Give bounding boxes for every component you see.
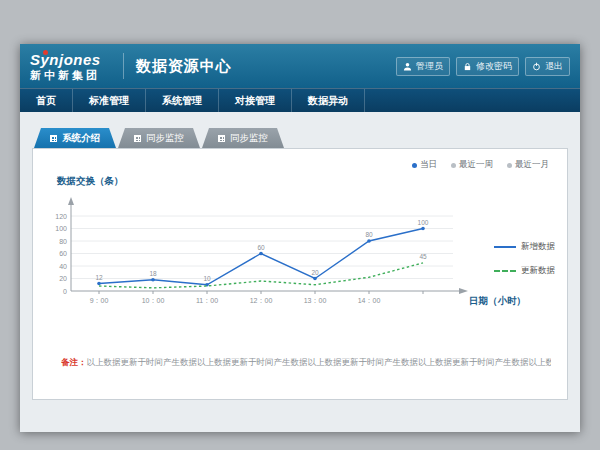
admin-user-button[interactable]: 管理员 <box>396 57 450 76</box>
svg-text:120: 120 <box>55 213 67 220</box>
logo-red-dot-icon <box>43 50 48 55</box>
svg-text:14：00: 14：00 <box>358 297 381 304</box>
app-title: 数据资源中心 <box>136 57 232 76</box>
svg-text:20: 20 <box>59 275 67 282</box>
blue-dot-icon <box>412 163 417 168</box>
svg-text:10：00: 10：00 <box>142 297 165 304</box>
svg-text:45: 45 <box>419 253 427 260</box>
admin-user-label: 管理员 <box>416 60 443 73</box>
legend-new-data-label: 新增数据 <box>521 241 555 253</box>
grid-icon <box>50 135 57 142</box>
line-chart: 0204060801001209：0010：0011：0012：0013：001… <box>41 191 477 323</box>
series-legend: 新增数据 更新数据 <box>494 241 555 277</box>
user-icon <box>403 62 412 71</box>
page-frame: Synjones 新中新集团 数据资源中心 管理员 修改密码 <box>20 44 580 432</box>
y-axis-title: 数据交换（条） <box>57 175 124 188</box>
nav-item-connect-mgmt[interactable]: 对接管理 <box>219 89 292 113</box>
svg-text:18: 18 <box>149 270 157 277</box>
tab-sync-monitor-1[interactable]: 同步监控 <box>118 128 200 148</box>
tab-system-intro-label: 系统介绍 <box>62 132 100 145</box>
svg-text:80: 80 <box>59 238 67 245</box>
header-actions: 管理员 修改密码 退出 <box>396 57 570 76</box>
tab-bar: 系统介绍 同步监控 同步监控 <box>34 128 568 148</box>
filter-last-week-label: 最近一周 <box>459 159 493 171</box>
legend-update-data[interactable]: 更新数据 <box>494 265 555 277</box>
nav-item-system-mgmt[interactable]: 系统管理 <box>146 89 219 113</box>
nav-item-standard-mgmt[interactable]: 标准管理 <box>73 89 146 113</box>
filter-today[interactable]: 当日 <box>412 159 437 171</box>
header-divider <box>123 53 124 79</box>
dashed-line-icon <box>494 270 516 272</box>
svg-text:60: 60 <box>257 244 265 251</box>
main-nav: 首页 标准管理 系统管理 对接管理 数据异动 <box>20 88 580 113</box>
gray-dot-icon <box>451 163 456 168</box>
svg-text:100: 100 <box>418 219 429 226</box>
x-axis-title: 日期（小时） <box>469 295 526 308</box>
svg-text:11：00: 11：00 <box>196 297 218 304</box>
change-password-label: 修改密码 <box>476 60 512 73</box>
svg-text:0: 0 <box>63 288 67 295</box>
svg-text:100: 100 <box>55 225 67 232</box>
change-password-button[interactable]: 修改密码 <box>456 57 519 76</box>
logo-text: Synjones <box>30 52 101 67</box>
chart-panel: 当日 最近一周 最近一月 数据交换（条） 0204060801001209：00… <box>32 148 568 400</box>
legend-filters: 当日 最近一周 最近一月 <box>412 159 549 171</box>
svg-text:40: 40 <box>59 263 67 270</box>
solid-line-icon <box>494 246 516 248</box>
grid-icon <box>134 135 141 142</box>
filter-today-label: 当日 <box>420 159 437 171</box>
power-icon <box>532 62 541 71</box>
svg-text:13：00: 13：00 <box>304 297 327 304</box>
lock-icon <box>463 62 472 71</box>
header: Synjones 新中新集团 数据资源中心 管理员 修改密码 <box>20 44 580 88</box>
tab-sync-monitor-2[interactable]: 同步监控 <box>202 128 284 148</box>
svg-text:9：00: 9：00 <box>90 297 109 304</box>
filter-last-month-label: 最近一月 <box>515 159 549 171</box>
nav-item-data-change[interactable]: 数据异动 <box>292 89 365 113</box>
legend-update-data-label: 更新数据 <box>521 265 555 277</box>
nav-item-home[interactable]: 首页 <box>20 89 73 113</box>
svg-text:12：00: 12：00 <box>250 297 273 304</box>
svg-text:80: 80 <box>365 231 373 238</box>
footnote: 备注：以上数据更新于时间产生数据以上数据更新于时间产生数据以上数据更新于时间产生… <box>61 357 551 369</box>
gray-dot-icon <box>507 163 512 168</box>
footnote-text: 以上数据更新于时间产生数据以上数据更新于时间产生数据以上数据更新于时间产生数据以… <box>87 357 552 367</box>
legend-new-data[interactable]: 新增数据 <box>494 241 555 253</box>
footnote-prefix: 备注： <box>61 357 87 367</box>
logout-label: 退出 <box>545 60 563 73</box>
filter-last-week[interactable]: 最近一周 <box>451 159 493 171</box>
tab-sync-monitor-1-label: 同步监控 <box>146 132 184 145</box>
svg-text:12: 12 <box>95 274 103 281</box>
logo-subtitle: 新中新集团 <box>30 70 101 81</box>
tab-sync-monitor-2-label: 同步监控 <box>230 132 268 145</box>
content-area: 系统介绍 同步监控 同步监控 当日 最近一周 <box>20 112 580 432</box>
tab-system-intro[interactable]: 系统介绍 <box>34 128 116 148</box>
grid-icon <box>218 135 225 142</box>
svg-text:10: 10 <box>203 275 211 282</box>
logout-button[interactable]: 退出 <box>525 57 570 76</box>
filter-last-month[interactable]: 最近一月 <box>507 159 549 171</box>
svg-text:60: 60 <box>59 250 67 257</box>
svg-text:20: 20 <box>311 269 319 276</box>
brand-logo[interactable]: Synjones 新中新集团 <box>30 52 111 81</box>
